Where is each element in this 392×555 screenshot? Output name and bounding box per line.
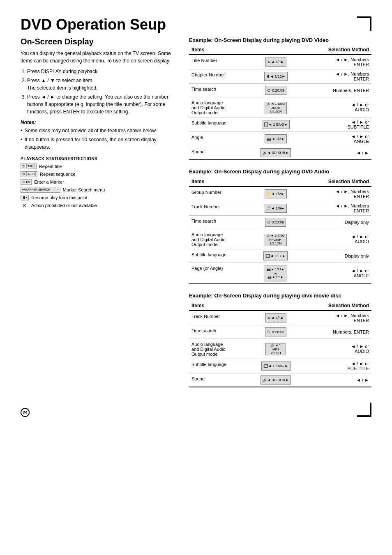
resume-icon: ⏸▪ [21, 195, 29, 200]
page-number-wrapper: 24 [21, 408, 371, 417]
table-row: Time search ⏱ 0:20:09 Display only [189, 216, 371, 229]
col-items-header-1: Items [189, 45, 249, 55]
item-angle-1-method: ◄ / ► orANGLE [302, 132, 371, 146]
table-row: Time search ⏱ 0:20:09 Numbers, ENTER [189, 84, 371, 97]
table-row: Track Number 🎵◄ 1/6► ◄ / ►, NumbersENTER [189, 201, 371, 216]
col-items-header-2: Items [189, 177, 252, 187]
repeat-title-icon: ↻ Title [21, 164, 37, 169]
playback-item-resume: ⏸▪ Resume play from this point [21, 195, 177, 200]
playback-item-repeat-seq: ↻ A - B Repeat sequence [21, 171, 177, 177]
table-row: Track Number ↻◄ 1/3► ◄ / ►, NumbersENTER [189, 311, 371, 325]
item-sound-3-method: ◄ / ► [302, 373, 371, 387]
on-screen-display-title: On-Screen Display [21, 37, 177, 46]
example-dvd-audio: Example: On-Screen Display during playin… [189, 168, 371, 284]
item-title-number-icon: ↻◄ 1/3► [249, 55, 302, 69]
item-time-search-3: Time search [189, 325, 249, 339]
item-angle-1-icon: 📷◄ 1/3► [249, 132, 302, 146]
item-time-search-1-method: Numbers, ENTER [302, 84, 371, 97]
item-track-number-2-method: ◄ / ►, NumbersENTER [299, 201, 371, 216]
item-sound-3-icon: 🔊◄ 3D SUR► [249, 373, 302, 387]
table-row: Title Number ↻◄ 1/3► ◄ / ►, NumbersENTER [189, 55, 371, 69]
item-subtitle-3-icon: 🔲◄ 1 ENG ► [249, 359, 302, 373]
step-1: Press DISPLAY during playback. [27, 68, 177, 75]
item-sound-1-icon: 🔊◄ 3D SUR► [249, 146, 302, 160]
divx-table: Items Selection Method Track Number ↻◄ 1… [189, 301, 371, 387]
marker-label: Enter a Marker [34, 180, 64, 184]
table-row: Chapter Number ⏸◄ 1/12► ◄ / ►, NumbersEN… [189, 69, 371, 84]
intro-text: You can display the general playback sta… [21, 50, 177, 64]
playback-item-marker-search: ↩ MARKER SEARCH ------> Marker Search me… [21, 187, 177, 193]
item-chapter-number: Chapter Number [189, 69, 249, 84]
item-audio-lang-3-method: ◄ / ► orAUDIO [302, 339, 371, 359]
item-track-number-3-icon: ↻◄ 1/3► [249, 311, 302, 325]
item-track-number-3: Track Number [189, 311, 249, 325]
playback-title: PLAYBACK STATUS/RESTRICTIONS [21, 157, 177, 161]
resume-label: Resume play from this point [31, 195, 87, 200]
col-method-header-2: Selection Method [299, 177, 371, 187]
item-group-number-method: ◄ / ►, NumbersENTER [299, 187, 371, 201]
table-row: Audio languageand Digital AudioOutput mo… [189, 229, 371, 249]
col-icon-header-2 [252, 177, 299, 187]
playback-section: PLAYBACK STATUS/RESTRICTIONS ↻ Title Rep… [21, 157, 177, 208]
col-method-header-3: Selection Method [302, 301, 371, 311]
dvd-audio-table: Items Selection Method Group Number 📁◄ 1… [189, 177, 371, 284]
col-method-header-1: Selection Method [302, 45, 371, 55]
item-subtitle-2-method: Display only [299, 249, 371, 263]
right-column: Example: On-Screen Display during playin… [189, 37, 371, 396]
item-group-number: Group Number [189, 187, 252, 201]
col-items-header-3: Items [189, 301, 249, 311]
col-icon-header-1 [249, 45, 302, 55]
playback-item-repeat-title: ↻ Title Repeat title [21, 164, 177, 169]
item-subtitle-3-method: ◄ / ► orSUBTITLE [302, 359, 371, 373]
item-time-search-2-method: Display only [299, 216, 371, 229]
note-1: Some discs may not provide all of the fe… [21, 127, 177, 134]
item-track-number-2: Track Number [189, 201, 252, 216]
example-dvd-video: Example: On-Screen Display during playin… [189, 37, 371, 161]
item-time-search-2: Time search [189, 216, 252, 229]
notes-list: Some discs may not provide all of the fe… [21, 127, 177, 151]
item-subtitle-1-icon: 🔲◄ 1 ENG► [249, 117, 302, 132]
table-row: Subtitle language 🔲◄ OFF► Display only [189, 249, 371, 263]
item-time-search-3-icon: ⏱ 0:20:09 [249, 325, 302, 339]
example-dvd-audio-title: Example: On-Screen Display during playin… [189, 168, 371, 175]
prohibited-icon: ⊘ [21, 203, 29, 208]
item-angle-1: Angle [189, 132, 249, 146]
marker-search-icon: ↩ MARKER SEARCH ------> [21, 187, 60, 193]
item-subtitle-1-method: ◄ / ► orSUBTITLE [302, 117, 371, 132]
item-group-number-icon: 📁◄ 1/2► [252, 187, 299, 201]
item-page-angle: Page (or Angle) [189, 263, 252, 284]
dvd-video-table: Items Selection Method Title Number ↻◄ 1… [189, 45, 371, 160]
table-row: Subtitle language 🔲◄ 1 ENG► ◄ / ► orSUBT… [189, 117, 371, 132]
page-number: 24 [21, 408, 30, 417]
prohibited-label: Action prohibited or not available [31, 203, 97, 208]
item-chapter-number-icon: ⏸◄ 1/12► [249, 69, 302, 84]
table-row: Angle 📷◄ 1/3► ◄ / ► orANGLE [189, 132, 371, 146]
notes-section: Notes: Some discs may not provide all of… [21, 120, 177, 151]
col-icon-header-3 [249, 301, 302, 311]
step-2: Press ▲ / ▼ to select an item.The select… [27, 77, 177, 92]
item-title-number-method: ◄ / ►, NumbersENTER [302, 55, 371, 69]
item-time-search-1-icon: ⏱ 0:20:09 [249, 84, 302, 97]
table-row: Audio languageand Digital AudioOutput mo… [189, 97, 371, 117]
item-audio-lang-1-method: ◄ / ► orAUDIO [302, 97, 371, 117]
table-row: Group Number 📁◄ 1/2► ◄ / ►, NumbersENTER [189, 187, 371, 201]
marker-icon: ↩ 1/9 [21, 179, 32, 185]
example-divx: Example: On-Screen Display during playin… [189, 292, 371, 387]
page-title: DVD Operation Seup [21, 16, 371, 33]
item-subtitle-1: Subtitle language [189, 117, 249, 132]
repeat-seq-label: Repeat sequence [40, 172, 75, 177]
item-audio-lang-2-icon: 🔊◄ 1 ENGPPCM►3/2.1CH [252, 229, 299, 249]
playback-item-marker: ↩ 1/9 Enter a Marker [21, 179, 177, 185]
note-2: If no button is pressed for 10 seconds, … [21, 136, 177, 151]
step-3: Press ◄ / ► to change the setting. You c… [27, 93, 177, 115]
item-time-search-1: Time search [189, 84, 249, 97]
example-dvd-video-title: Example: On-Screen Display during playin… [189, 37, 371, 44]
item-audio-lang-2: Audio languageand Digital AudioOutput mo… [189, 229, 252, 249]
item-subtitle-2-icon: 🔲◄ OFF► [252, 249, 299, 263]
item-audio-lang-2-method: ◄ / ► orAUDIO [299, 229, 371, 249]
table-row: Subtitle language 🔲◄ 1 ENG ► ◄ / ► orSUB… [189, 359, 371, 373]
item-audio-lang-3: Audio languageand Digital AudioOutput mo… [189, 339, 249, 359]
item-page-angle-icon: 📷◄ 1/21►or📷◄ 1/3► [252, 263, 299, 284]
table-row: Sound 🔊◄ 3D SUR► ◄ / ► [189, 146, 371, 160]
repeat-title-label: Repeat title [39, 164, 62, 169]
